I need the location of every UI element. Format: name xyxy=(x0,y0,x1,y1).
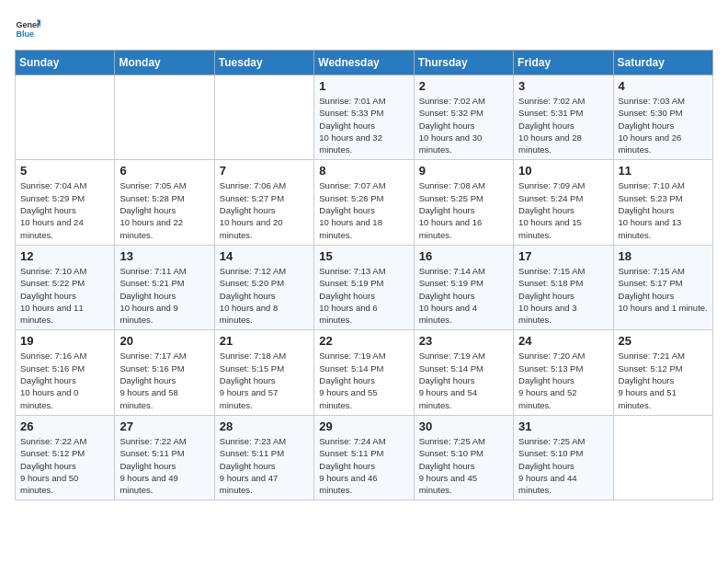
day-number: 18 xyxy=(619,249,708,263)
day-info: Sunrise: 7:02 AMSunset: 5:31 PMDaylight … xyxy=(518,95,608,155)
day-number: 24 xyxy=(518,334,608,348)
calendar-cell: 17Sunrise: 7:15 AMSunset: 5:18 PMDayligh… xyxy=(514,245,613,329)
day-number: 6 xyxy=(119,164,209,178)
day-number: 11 xyxy=(619,164,708,178)
day-number: 12 xyxy=(20,249,109,263)
day-info: Sunrise: 7:08 AMSunset: 5:25 PMDaylight … xyxy=(419,179,508,240)
day-info: Sunrise: 7:22 AMSunset: 5:12 PMDaylight … xyxy=(20,435,109,496)
calendar-cell: 11Sunrise: 7:10 AMSunset: 5:23 PMDayligh… xyxy=(613,160,712,245)
day-number: 23 xyxy=(419,334,508,348)
calendar-cell: 15Sunrise: 7:13 AMSunset: 5:19 PMDayligh… xyxy=(314,245,414,329)
calendar-cell: 10Sunrise: 7:09 AMSunset: 5:24 PMDayligh… xyxy=(514,160,613,245)
day-info: Sunrise: 7:07 AMSunset: 5:26 PMDaylight … xyxy=(319,179,408,240)
calendar-cell: 9Sunrise: 7:08 AMSunset: 5:25 PMDaylight… xyxy=(414,160,513,245)
day-number: 15 xyxy=(319,249,408,263)
calendar-cell: 8Sunrise: 7:07 AMSunset: 5:26 PMDaylight… xyxy=(314,160,414,245)
day-number: 1 xyxy=(319,79,408,93)
calendar-cell: 13Sunrise: 7:11 AMSunset: 5:21 PMDayligh… xyxy=(115,245,214,329)
calendar-cell xyxy=(115,75,214,160)
day-info: Sunrise: 7:21 AMSunset: 5:12 PMDaylight … xyxy=(619,350,708,410)
week-row-2: 5Sunrise: 7:04 AMSunset: 5:29 PMDaylight… xyxy=(16,160,713,245)
svg-text:General: General xyxy=(16,20,40,29)
day-info: Sunrise: 7:17 AMSunset: 5:16 PMDaylight … xyxy=(119,350,209,410)
day-info: Sunrise: 7:06 AMSunset: 5:27 PMDaylight … xyxy=(220,179,309,240)
day-info: Sunrise: 7:10 AMSunset: 5:22 PMDaylight … xyxy=(20,265,109,326)
calendar-cell xyxy=(16,75,115,160)
calendar-cell: 21Sunrise: 7:18 AMSunset: 5:15 PMDayligh… xyxy=(214,330,313,415)
day-info: Sunrise: 7:19 AMSunset: 5:14 PMDaylight … xyxy=(419,350,508,410)
calendar-cell xyxy=(214,75,313,160)
calendar-cell: 4Sunrise: 7:03 AMSunset: 5:30 PMDaylight… xyxy=(613,75,712,160)
svg-text:Blue: Blue xyxy=(16,29,34,39)
day-info: Sunrise: 7:16 AMSunset: 5:16 PMDaylight … xyxy=(20,350,109,410)
day-info: Sunrise: 7:18 AMSunset: 5:15 PMDaylight … xyxy=(220,350,309,410)
day-number: 10 xyxy=(518,164,608,178)
day-info: Sunrise: 7:05 AMSunset: 5:28 PMDaylight … xyxy=(119,179,209,240)
calendar-cell: 30Sunrise: 7:25 AMSunset: 5:10 PMDayligh… xyxy=(414,415,513,500)
day-info: Sunrise: 7:11 AMSunset: 5:21 PMDaylight … xyxy=(119,265,209,326)
week-row-1: 1Sunrise: 7:01 AMSunset: 5:33 PMDaylight… xyxy=(16,75,713,160)
calendar-cell: 2Sunrise: 7:02 AMSunset: 5:32 PMDaylight… xyxy=(414,75,513,160)
calendar-cell: 3Sunrise: 7:02 AMSunset: 5:31 PMDaylight… xyxy=(514,75,613,160)
day-info: Sunrise: 7:02 AMSunset: 5:32 PMDaylight … xyxy=(419,95,508,155)
calendar-cell: 22Sunrise: 7:19 AMSunset: 5:14 PMDayligh… xyxy=(314,330,414,415)
calendar-cell: 26Sunrise: 7:22 AMSunset: 5:12 PMDayligh… xyxy=(16,415,115,500)
week-row-3: 12Sunrise: 7:10 AMSunset: 5:22 PMDayligh… xyxy=(16,245,713,329)
day-number: 19 xyxy=(20,334,109,348)
header: General Blue xyxy=(15,15,713,40)
week-row-5: 26Sunrise: 7:22 AMSunset: 5:12 PMDayligh… xyxy=(16,415,713,500)
day-info: Sunrise: 7:15 AMSunset: 5:18 PMDaylight … xyxy=(518,265,608,326)
day-number: 31 xyxy=(518,419,608,433)
calendar-cell: 29Sunrise: 7:24 AMSunset: 5:11 PMDayligh… xyxy=(314,415,414,500)
day-header-thursday: Thursday xyxy=(414,51,513,75)
day-number: 3 xyxy=(518,79,608,93)
calendar-cell: 1Sunrise: 7:01 AMSunset: 5:33 PMDaylight… xyxy=(314,75,414,160)
calendar-cell: 6Sunrise: 7:05 AMSunset: 5:28 PMDaylight… xyxy=(115,160,214,245)
day-info: Sunrise: 7:12 AMSunset: 5:20 PMDaylight … xyxy=(220,265,309,326)
day-info: Sunrise: 7:25 AMSunset: 5:10 PMDaylight … xyxy=(419,435,508,496)
day-number: 16 xyxy=(419,249,508,263)
day-number: 29 xyxy=(319,419,408,433)
calendar-cell: 5Sunrise: 7:04 AMSunset: 5:29 PMDaylight… xyxy=(16,160,115,245)
day-header-wednesday: Wednesday xyxy=(314,51,414,75)
day-number: 9 xyxy=(419,164,508,178)
calendar-cell: 7Sunrise: 7:06 AMSunset: 5:27 PMDaylight… xyxy=(214,160,313,245)
calendar-cell: 25Sunrise: 7:21 AMSunset: 5:12 PMDayligh… xyxy=(613,330,712,415)
calendar-cell xyxy=(613,415,712,500)
day-info: Sunrise: 7:23 AMSunset: 5:11 PMDaylight … xyxy=(220,435,309,496)
day-info: Sunrise: 7:24 AMSunset: 5:11 PMDaylight … xyxy=(319,435,408,496)
day-number: 30 xyxy=(419,419,508,433)
day-info: Sunrise: 7:22 AMSunset: 5:11 PMDaylight … xyxy=(119,435,209,496)
calendar-cell: 28Sunrise: 7:23 AMSunset: 5:11 PMDayligh… xyxy=(214,415,313,500)
day-header-sunday: Sunday xyxy=(16,51,115,75)
calendar-cell: 19Sunrise: 7:16 AMSunset: 5:16 PMDayligh… xyxy=(16,330,115,415)
calendar-cell: 12Sunrise: 7:10 AMSunset: 5:22 PMDayligh… xyxy=(16,245,115,329)
day-info: Sunrise: 7:09 AMSunset: 5:24 PMDaylight … xyxy=(518,179,608,240)
day-number: 27 xyxy=(119,419,209,433)
day-number: 4 xyxy=(619,79,708,93)
day-number: 21 xyxy=(220,334,309,348)
day-info: Sunrise: 7:13 AMSunset: 5:19 PMDaylight … xyxy=(319,265,408,326)
calendar-cell: 27Sunrise: 7:22 AMSunset: 5:11 PMDayligh… xyxy=(115,415,214,500)
day-header-monday: Monday xyxy=(115,51,214,75)
day-number: 7 xyxy=(220,164,309,178)
day-number: 25 xyxy=(619,334,708,348)
day-header-friday: Friday xyxy=(514,51,613,75)
week-row-4: 19Sunrise: 7:16 AMSunset: 5:16 PMDayligh… xyxy=(16,330,713,415)
day-number: 17 xyxy=(518,249,608,263)
calendar-cell: 16Sunrise: 7:14 AMSunset: 5:19 PMDayligh… xyxy=(414,245,513,329)
day-number: 8 xyxy=(319,164,408,178)
day-number: 22 xyxy=(319,334,408,348)
day-number: 20 xyxy=(119,334,209,348)
day-number: 14 xyxy=(220,249,309,263)
day-header-tuesday: Tuesday xyxy=(214,51,313,75)
day-info: Sunrise: 7:04 AMSunset: 5:29 PMDaylight … xyxy=(20,179,109,240)
day-info: Sunrise: 7:25 AMSunset: 5:10 PMDaylight … xyxy=(518,435,608,496)
day-info: Sunrise: 7:03 AMSunset: 5:30 PMDaylight … xyxy=(619,95,708,155)
day-number: 2 xyxy=(419,79,508,93)
day-number: 5 xyxy=(20,164,109,178)
logo: General Blue xyxy=(15,15,40,40)
calendar-cell: 14Sunrise: 7:12 AMSunset: 5:20 PMDayligh… xyxy=(214,245,313,329)
day-number: 13 xyxy=(119,249,209,263)
calendar-cell: 31Sunrise: 7:25 AMSunset: 5:10 PMDayligh… xyxy=(514,415,613,500)
